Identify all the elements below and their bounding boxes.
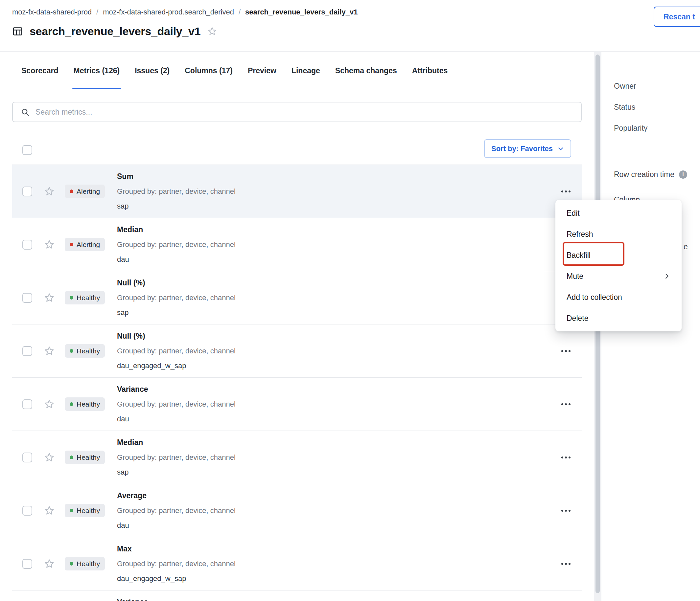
metric-grouped-by: Grouped by: partner, device, channel: [117, 450, 235, 465]
menu-item-delete[interactable]: Delete: [555, 308, 682, 329]
row-actions-kebab-icon[interactable]: [558, 506, 574, 515]
status-dot-icon: [70, 296, 73, 299]
metric-text: Median Grouped by: partner, device, chan…: [117, 223, 235, 267]
breadcrumb-item-1[interactable]: moz-fx-data-shared-prod: [12, 8, 92, 17]
select-all-checkbox[interactable]: [22, 145, 32, 155]
favorite-star-icon[interactable]: [207, 26, 217, 36]
status-label: Healthy: [77, 560, 100, 568]
breadcrumb-item-3[interactable]: search_revenue_levers_daily_v1: [245, 8, 357, 17]
metric-grouped-by: Grouped by: partner, device, channel: [117, 503, 235, 518]
menu-item-refresh[interactable]: Refresh: [555, 224, 682, 245]
row-actions-kebab-icon[interactable]: [558, 187, 574, 196]
row-checkbox[interactable]: [22, 186, 32, 197]
metric-column: sap: [117, 305, 235, 320]
row-checkbox[interactable]: [22, 399, 32, 409]
tab-metrics-126[interactable]: Metrics (126): [74, 52, 120, 89]
metric-grouped-by: Grouped by: partner, device, channel: [117, 290, 235, 305]
tab-schema-changes[interactable]: Schema changes: [335, 52, 397, 89]
menu-item-backfill[interactable]: Backfill: [555, 245, 682, 266]
side-label-popularity: Popularity: [614, 117, 700, 138]
favorite-star-icon[interactable]: [44, 505, 55, 516]
row-checkbox[interactable]: [22, 293, 32, 303]
metric-column: sap: [117, 465, 235, 479]
tab-scorecard[interactable]: Scorecard: [21, 52, 58, 89]
breadcrumb-separator: /: [96, 8, 98, 17]
menu-item-edit[interactable]: Edit: [555, 203, 682, 224]
metric-text: Null (%) Grouped by: partner, device, ch…: [117, 329, 235, 373]
metric-row[interactable]: Healthy Variance Grouped by: partner, de…: [12, 377, 582, 430]
metric-name: Null (%): [117, 329, 235, 343]
status-badge-wrap: Healthy: [65, 344, 117, 358]
row-actions-kebab-icon[interactable]: [558, 559, 574, 568]
favorite-star-icon[interactable]: [44, 399, 55, 410]
tab-attributes[interactable]: Attributes: [412, 52, 448, 89]
tab-lineage[interactable]: Lineage: [292, 52, 320, 89]
divider: [614, 152, 700, 152]
metric-row[interactable]: Healthy Average Grouped by: partner, dev…: [12, 484, 582, 537]
chevron-down-icon: [557, 146, 564, 152]
breadcrumb-item-2[interactable]: moz-fx-data-shared-prod.search_derived: [103, 8, 234, 17]
metric-column: dau: [117, 412, 235, 426]
metric-row[interactable]: Variance: [12, 590, 582, 601]
status-badge-wrap: Healthy: [65, 291, 117, 305]
side-label-status: Status: [614, 97, 700, 117]
page-title: search_revenue_levers_daily_v1: [30, 25, 200, 38]
status-label: Healthy: [77, 294, 100, 302]
favorite-star-icon[interactable]: [44, 452, 55, 463]
status-dot-icon: [70, 562, 73, 566]
table-icon: [12, 26, 23, 37]
metric-row[interactable]: Alerting Sum Grouped by: partner, device…: [12, 164, 582, 218]
row-actions-kebab-icon[interactable]: [558, 347, 574, 355]
tab-preview[interactable]: Preview: [248, 52, 276, 89]
row-checkbox[interactable]: [22, 240, 32, 250]
search-input[interactable]: [35, 108, 573, 116]
metric-name: Max: [117, 542, 235, 556]
status-badge-wrap: Alerting: [65, 238, 117, 251]
metric-grouped-by: Grouped by: partner, device, channel: [117, 556, 235, 571]
breadcrumb-separator: /: [239, 8, 241, 17]
status-dot-icon: [70, 509, 73, 512]
metric-row[interactable]: Healthy Null (%) Grouped by: partner, de…: [12, 271, 582, 324]
favorite-star-icon[interactable]: [44, 292, 55, 304]
rescan-table-button[interactable]: Rescan t: [654, 6, 700, 27]
tabs: ScorecardMetrics (126)Issues (2)Columns …: [0, 52, 594, 89]
status-badge: Healthy: [65, 504, 105, 517]
row-actions-kebab-icon[interactable]: [558, 400, 574, 409]
sort-by-button[interactable]: Sort by: Favorites: [484, 139, 571, 158]
status-badge: Healthy: [65, 291, 105, 305]
tab-columns-17[interactable]: Columns (17): [185, 52, 233, 89]
chevron-right-icon: [663, 272, 670, 280]
menu-item-label: Mute: [567, 272, 583, 281]
metric-column: dau_engaged_w_sap: [117, 571, 235, 586]
favorite-star-icon[interactable]: [44, 186, 55, 197]
search-icon: [21, 108, 30, 116]
info-icon[interactable]: i: [679, 171, 687, 179]
row-checkbox[interactable]: [22, 452, 32, 463]
favorite-star-icon[interactable]: [44, 558, 55, 570]
menu-item-add-to-collection[interactable]: Add to collection: [555, 287, 682, 308]
row-checkbox[interactable]: [22, 506, 32, 516]
favorite-star-icon[interactable]: [44, 239, 55, 250]
favorite-star-icon[interactable]: [44, 345, 55, 357]
metric-text: Sum Grouped by: partner, device, channel…: [117, 169, 235, 213]
row-checkbox[interactable]: [22, 346, 32, 356]
main-content: ScorecardMetrics (126)Issues (2)Columns …: [0, 52, 594, 601]
menu-item-mute[interactable]: Mute: [555, 266, 682, 287]
metric-grouped-by: Grouped by: partner, device, channel: [117, 343, 235, 358]
status-badge-wrap: Healthy: [65, 504, 117, 517]
metric-text: Null (%) Grouped by: partner, device, ch…: [117, 276, 235, 320]
metric-text: Variance: [117, 595, 148, 601]
metric-name: Variance: [117, 595, 148, 601]
metric-row[interactable]: Healthy Max Grouped by: partner, device,…: [12, 537, 582, 590]
metric-name: Median: [117, 435, 235, 450]
row-actions-kebab-icon[interactable]: [558, 453, 574, 462]
row-checkbox[interactable]: [22, 559, 32, 569]
page-header: moz-fx-data-shared-prod/moz-fx-data-shar…: [0, 0, 700, 52]
metric-column: dau: [117, 518, 235, 533]
menu-item-label: Delete: [567, 314, 588, 323]
status-label: Healthy: [77, 453, 100, 462]
metric-row[interactable]: Healthy Median Grouped by: partner, devi…: [12, 430, 582, 484]
metric-row[interactable]: Alerting Median Grouped by: partner, dev…: [12, 218, 582, 271]
tab-issues-2[interactable]: Issues (2): [135, 52, 170, 89]
metric-row[interactable]: Healthy Null (%) Grouped by: partner, de…: [12, 324, 582, 377]
